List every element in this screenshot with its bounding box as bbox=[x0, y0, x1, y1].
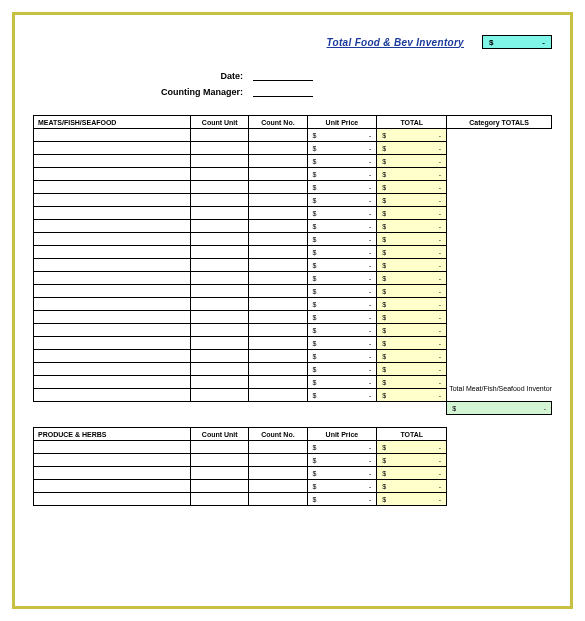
count-no-cell[interactable] bbox=[249, 259, 307, 272]
unit-price-cell[interactable]: $- bbox=[307, 285, 377, 298]
count-unit-cell[interactable] bbox=[191, 155, 249, 168]
item-cell[interactable] bbox=[34, 246, 191, 259]
item-cell[interactable] bbox=[34, 363, 191, 376]
unit-price-cell[interactable]: $- bbox=[307, 389, 377, 402]
unit-price-cell[interactable]: $- bbox=[307, 376, 377, 389]
item-cell[interactable] bbox=[34, 350, 191, 363]
count-no-cell[interactable] bbox=[249, 233, 307, 246]
count-no-cell[interactable] bbox=[249, 350, 307, 363]
count-no-cell[interactable] bbox=[249, 363, 307, 376]
item-cell[interactable] bbox=[34, 454, 191, 467]
unit-price-cell[interactable]: $- bbox=[307, 467, 377, 480]
count-no-cell[interactable] bbox=[249, 337, 307, 350]
unit-price-cell[interactable]: $- bbox=[307, 337, 377, 350]
item-cell[interactable] bbox=[34, 220, 191, 233]
count-unit-cell[interactable] bbox=[191, 129, 249, 142]
item-cell[interactable] bbox=[34, 285, 191, 298]
item-cell[interactable] bbox=[34, 142, 191, 155]
unit-price-cell[interactable]: $- bbox=[307, 272, 377, 285]
count-no-cell[interactable] bbox=[249, 376, 307, 389]
unit-price-cell[interactable]: $- bbox=[307, 181, 377, 194]
item-cell[interactable] bbox=[34, 233, 191, 246]
count-no-cell[interactable] bbox=[249, 207, 307, 220]
item-cell[interactable] bbox=[34, 272, 191, 285]
count-unit-cell[interactable] bbox=[191, 350, 249, 363]
item-cell[interactable] bbox=[34, 389, 191, 402]
unit-price-cell[interactable]: $- bbox=[307, 259, 377, 272]
count-no-cell[interactable] bbox=[249, 285, 307, 298]
unit-price-cell[interactable]: $- bbox=[307, 246, 377, 259]
date-input-line[interactable] bbox=[253, 69, 313, 81]
unit-price-cell[interactable]: $- bbox=[307, 311, 377, 324]
unit-price-cell[interactable]: $- bbox=[307, 207, 377, 220]
count-unit-cell[interactable] bbox=[191, 142, 249, 155]
count-unit-cell[interactable] bbox=[191, 480, 249, 493]
item-cell[interactable] bbox=[34, 493, 191, 506]
count-no-cell[interactable] bbox=[249, 480, 307, 493]
unit-price-cell[interactable]: $- bbox=[307, 142, 377, 155]
count-unit-cell[interactable] bbox=[191, 389, 249, 402]
count-no-cell[interactable] bbox=[249, 155, 307, 168]
item-cell[interactable] bbox=[34, 155, 191, 168]
count-unit-cell[interactable] bbox=[191, 324, 249, 337]
unit-price-cell[interactable]: $- bbox=[307, 480, 377, 493]
item-cell[interactable] bbox=[34, 376, 191, 389]
count-unit-cell[interactable] bbox=[191, 168, 249, 181]
unit-price-cell[interactable]: $- bbox=[307, 194, 377, 207]
count-no-cell[interactable] bbox=[249, 493, 307, 506]
count-no-cell[interactable] bbox=[249, 454, 307, 467]
count-unit-cell[interactable] bbox=[191, 272, 249, 285]
count-no-cell[interactable] bbox=[249, 142, 307, 155]
unit-price-cell[interactable]: $- bbox=[307, 220, 377, 233]
item-cell[interactable] bbox=[34, 467, 191, 480]
item-cell[interactable] bbox=[34, 129, 191, 142]
count-no-cell[interactable] bbox=[249, 168, 307, 181]
item-cell[interactable] bbox=[34, 207, 191, 220]
unit-price-cell[interactable]: $- bbox=[307, 298, 377, 311]
count-unit-cell[interactable] bbox=[191, 233, 249, 246]
count-unit-cell[interactable] bbox=[191, 259, 249, 272]
manager-input-line[interactable] bbox=[253, 85, 313, 97]
item-cell[interactable] bbox=[34, 168, 191, 181]
item-cell[interactable] bbox=[34, 259, 191, 272]
unit-price-cell[interactable]: $- bbox=[307, 441, 377, 454]
unit-price-cell[interactable]: $- bbox=[307, 454, 377, 467]
count-no-cell[interactable] bbox=[249, 194, 307, 207]
item-cell[interactable] bbox=[34, 181, 191, 194]
count-unit-cell[interactable] bbox=[191, 311, 249, 324]
count-unit-cell[interactable] bbox=[191, 194, 249, 207]
unit-price-cell[interactable]: $- bbox=[307, 233, 377, 246]
count-no-cell[interactable] bbox=[249, 389, 307, 402]
item-cell[interactable] bbox=[34, 194, 191, 207]
count-no-cell[interactable] bbox=[249, 311, 307, 324]
count-no-cell[interactable] bbox=[249, 129, 307, 142]
item-cell[interactable] bbox=[34, 311, 191, 324]
count-unit-cell[interactable] bbox=[191, 246, 249, 259]
item-cell[interactable] bbox=[34, 298, 191, 311]
count-unit-cell[interactable] bbox=[191, 207, 249, 220]
count-unit-cell[interactable] bbox=[191, 363, 249, 376]
unit-price-cell[interactable]: $- bbox=[307, 363, 377, 376]
count-unit-cell[interactable] bbox=[191, 181, 249, 194]
count-no-cell[interactable] bbox=[249, 298, 307, 311]
item-cell[interactable] bbox=[34, 480, 191, 493]
count-unit-cell[interactable] bbox=[191, 454, 249, 467]
count-no-cell[interactable] bbox=[249, 220, 307, 233]
count-unit-cell[interactable] bbox=[191, 441, 249, 454]
unit-price-cell[interactable]: $- bbox=[307, 493, 377, 506]
unit-price-cell[interactable]: $- bbox=[307, 155, 377, 168]
item-cell[interactable] bbox=[34, 441, 191, 454]
unit-price-cell[interactable]: $- bbox=[307, 168, 377, 181]
count-unit-cell[interactable] bbox=[191, 285, 249, 298]
count-unit-cell[interactable] bbox=[191, 220, 249, 233]
unit-price-cell[interactable]: $- bbox=[307, 324, 377, 337]
unit-price-cell[interactable]: $- bbox=[307, 350, 377, 363]
count-no-cell[interactable] bbox=[249, 324, 307, 337]
unit-price-cell[interactable]: $- bbox=[307, 129, 377, 142]
count-unit-cell[interactable] bbox=[191, 376, 249, 389]
count-unit-cell[interactable] bbox=[191, 298, 249, 311]
count-no-cell[interactable] bbox=[249, 467, 307, 480]
count-no-cell[interactable] bbox=[249, 441, 307, 454]
item-cell[interactable] bbox=[34, 324, 191, 337]
item-cell[interactable] bbox=[34, 337, 191, 350]
